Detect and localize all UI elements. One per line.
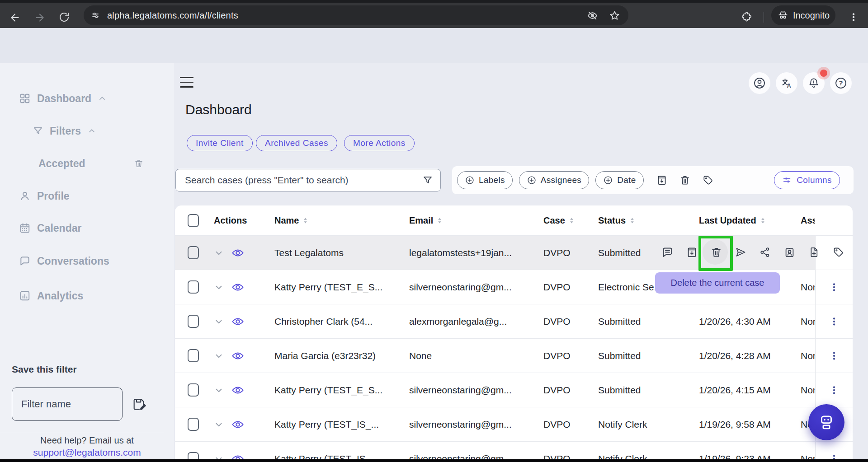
more-actions-button[interactable]: More Actions — [344, 135, 415, 151]
share-case-icon[interactable] — [759, 246, 771, 258]
sidebar-item-analytics[interactable]: Analytics — [19, 288, 83, 304]
filter-name-input[interactable] — [12, 387, 123, 421]
columns-sliders-icon — [782, 175, 792, 185]
sort-icon[interactable] — [760, 217, 765, 224]
row-checkbox[interactable] — [188, 280, 199, 294]
bulk-tag-icon[interactable] — [702, 174, 714, 186]
expand-row-icon[interactable] — [214, 351, 224, 361]
archived-cases-button[interactable]: Archived Cases — [256, 135, 337, 151]
sort-icon[interactable] — [569, 217, 574, 224]
case-last-updated: 1/19/26, 9:58 AM — [699, 419, 771, 430]
col-email[interactable]: Email — [409, 215, 433, 226]
chat-assistant-fab[interactable] — [808, 404, 844, 440]
chevron-up-icon[interactable] — [87, 126, 96, 135]
user-icon — [753, 77, 766, 89]
tag-case-icon[interactable] — [832, 246, 844, 258]
case-email: silverneonstaring@gm... — [409, 419, 512, 430]
language-button[interactable] — [776, 72, 797, 94]
row-menu-icon[interactable] — [828, 350, 840, 362]
view-case-icon[interactable] — [231, 280, 245, 294]
case-type: DVPO — [543, 282, 571, 293]
expand-row-icon[interactable] — [214, 317, 224, 327]
chevron-up-icon[interactable] — [98, 94, 107, 103]
account-button[interactable] — [749, 72, 770, 94]
col-assigned[interactable]: Assigned — [801, 215, 815, 226]
col-name[interactable]: Name — [274, 215, 299, 226]
bulk-delete-icon[interactable] — [679, 174, 691, 186]
address-bar[interactable]: alpha.legalatoms.com/a/l/clients — [84, 5, 628, 25]
send-case-icon[interactable] — [735, 246, 747, 258]
save-filter-icon[interactable] — [132, 397, 146, 411]
comment-icon[interactable] — [661, 246, 674, 258]
invite-client-button[interactable]: Invite Client — [187, 135, 253, 151]
sidebar-item-accepted[interactable]: Accepted — [38, 155, 85, 172]
browser-reload-icon[interactable] — [59, 12, 70, 23]
expand-row-icon[interactable] — [214, 420, 224, 429]
row-menu-icon[interactable] — [828, 281, 840, 293]
support-email-link[interactable]: support@legalatoms.com — [0, 447, 174, 458]
row-checkbox[interactable] — [188, 383, 199, 397]
add-labels-button[interactable]: Labels — [457, 171, 513, 189]
case-name: Maria Garcia (e3r23r32) — [274, 350, 376, 361]
select-all-checkbox[interactable] — [188, 214, 199, 227]
expand-row-icon[interactable] — [214, 282, 224, 292]
columns-button[interactable]: Columns — [774, 171, 840, 189]
row-checkbox[interactable] — [188, 246, 199, 259]
contact-card-icon[interactable] — [783, 246, 796, 258]
case-status: Notify Clerk — [598, 419, 647, 430]
row-menu-icon[interactable] — [828, 316, 840, 327]
table-row[interactable]: Christopher Clark (54... alexmorganlegal… — [175, 304, 853, 338]
sidebar-item-conversations[interactable]: Conversations — [19, 253, 109, 269]
col-status[interactable]: Status — [598, 215, 626, 226]
sidebar-item-profile[interactable]: Profile — [19, 188, 70, 204]
col-case[interactable]: Case — [543, 215, 565, 226]
help-button[interactable] — [830, 72, 852, 94]
notification-badge — [817, 67, 830, 79]
view-case-icon[interactable] — [231, 383, 245, 397]
table-row[interactable]: Maria Garcia (e3r23r32) None DVPO Submit… — [175, 338, 853, 373]
view-case-icon[interactable] — [231, 246, 245, 260]
search-input[interactable] — [184, 174, 422, 186]
browser-forward-icon[interactable] — [34, 12, 46, 23]
view-case-icon[interactable] — [231, 315, 245, 328]
sidebar-item-calendar[interactable]: Calendar — [19, 220, 81, 236]
row-menu-icon[interactable] — [828, 384, 840, 396]
browser-back-icon[interactable] — [9, 12, 21, 23]
sidebar-item-filters[interactable]: Filters — [33, 123, 96, 139]
table-row[interactable]: Katty Perry (TEST_E_S... silverneonstari… — [175, 373, 853, 407]
url-text[interactable]: alpha.legalatoms.com/a/l/clients — [107, 10, 238, 21]
search-filter-icon[interactable] — [422, 175, 433, 186]
add-date-button[interactable]: Date — [595, 171, 643, 189]
row-checkbox[interactable] — [188, 349, 199, 362]
expand-row-icon[interactable] — [214, 385, 224, 395]
browser-menu-icon[interactable] — [848, 11, 859, 23]
toolbar-divider — [764, 12, 764, 23]
eye-off-icon[interactable] — [587, 10, 598, 21]
bulk-download-icon[interactable] — [656, 174, 668, 186]
bookmark-star-icon[interactable] — [609, 10, 620, 21]
row-checkbox[interactable] — [188, 315, 199, 328]
case-status: Electronic Se... — [598, 282, 662, 293]
extensions-icon[interactable] — [741, 11, 753, 23]
row-checkbox[interactable] — [188, 418, 199, 431]
delete-filter-icon[interactable] — [134, 159, 144, 168]
sort-icon[interactable] — [630, 217, 635, 224]
sidebar-item-dashboard[interactable]: Dashboard — [19, 90, 107, 107]
add-document-icon[interactable] — [808, 246, 820, 258]
analytics-icon — [19, 290, 31, 302]
site-info-icon[interactable] — [90, 10, 101, 21]
menu-toggle-icon[interactable] — [180, 77, 193, 88]
expand-row-icon[interactable] — [214, 248, 224, 258]
case-assigned: None — [801, 385, 815, 396]
table-row[interactable]: Katty Perry (TEST_IS_... silverneonstari… — [175, 407, 853, 441]
view-case-icon[interactable] — [231, 418, 245, 431]
sort-icon[interactable] — [303, 217, 308, 224]
download-case-icon[interactable] — [686, 246, 698, 258]
add-assignees-button[interactable]: Assignees — [519, 171, 589, 189]
col-actions: Actions — [214, 215, 247, 226]
sort-icon[interactable] — [437, 217, 442, 224]
plus-circle-icon — [527, 175, 537, 185]
view-case-icon[interactable] — [231, 349, 245, 363]
col-last-updated[interactable]: Last Updated — [699, 215, 756, 226]
case-assigned: None — [801, 316, 815, 327]
